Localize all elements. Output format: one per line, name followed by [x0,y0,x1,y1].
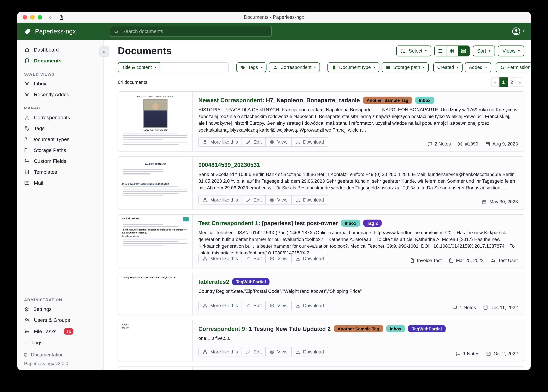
document-thumbnail[interactable]: Francja pod rządami Napoleona BonaparteN… [118,92,193,151]
sidebar-item-correspondents[interactable]: Correspondents [17,112,103,123]
filter-permissions-button[interactable]: Permissions▾ [496,63,531,72]
minimize-window-button[interactable] [30,15,35,19]
edit-button[interactable]: Edit [242,137,266,147]
share-icon [58,14,65,20]
page-button-next[interactable]: » [516,77,524,87]
tag-pill[interactable]: Tag 2 [363,220,382,227]
sidebar-item-settings[interactable]: ⚙Settings [17,304,103,315]
tag-pill[interactable]: Inbox [386,325,405,332]
close-window-button[interactable] [22,15,27,19]
sidebar-item-custom-fields[interactable]: Custom Fields [17,156,103,167]
view-mode-detail-button[interactable] [458,46,469,56]
logs-icon: ≡ [24,340,27,346]
views-button[interactable]: Views▾ [498,45,524,56]
document-card-footer: More like thisEditViewDownloadMay 30, 20… [198,195,518,204]
document-thumbnail[interactable]: Country,Region/State,"Zip/Postal Code","… [118,273,193,315]
sort-button[interactable]: Sort▾ [473,45,495,56]
app-brand[interactable]: Paperless-ngx [23,28,76,35]
select-button[interactable]: Select▾ [396,45,431,56]
download-button[interactable]: Download [291,195,328,204]
tag-pill[interactable]: Another Sample Tag [363,97,412,104]
document-correspondent[interactable]: Test Correspondent 1 [198,220,258,226]
meta-calendar: Mar 25, 2023 [448,258,484,263]
document-title[interactable]: Correspondent 9: 1 Testing New Title Upd… [198,325,331,332]
sidebar-item-mail[interactable]: Mail [17,177,103,188]
tag-pill[interactable]: TagWithPartial [232,278,270,285]
sidebar-item-documents[interactable]: Documents [17,55,103,66]
document-title[interactable]: Newest Correspondent: H7_Napoleon_Bonapa… [198,97,360,104]
browser-forward-icon[interactable]: › [56,14,58,20]
document-correspondent[interactable]: Newest Correspondent [198,97,262,103]
documentation-link[interactable]: ?Documentation [17,348,103,358]
edit-button[interactable]: Edit [242,301,266,310]
document-title[interactable]: Test Correspondent 1: [paperless] test p… [198,220,338,226]
view-mode-grid-button[interactable] [446,46,458,56]
sidebar-collapse-button[interactable]: « [99,46,109,57]
zoom-window-button[interactable] [38,15,42,19]
filter-field-label: Title & content [122,65,152,70]
thumbnail-page: one,1.0 five,5.0 [118,320,192,361]
view-mode-table-button[interactable] [435,46,446,56]
sidebar-item-file-tasks[interactable]: File Tasks16 [17,326,103,337]
document-title[interactable]: 0004814539_20230531 [198,162,260,168]
sidebar-item-tags[interactable]: Tags [17,123,103,134]
sidebar-item-document-types[interactable]: #Document Types [17,134,103,145]
tag-pill[interactable]: Another Sample Tag [334,325,383,332]
search-input[interactable] [122,28,268,35]
download-icon [295,349,300,354]
more-like-this-button[interactable]: More like this [198,301,242,310]
download-button[interactable]: Download [291,137,328,147]
filter-field-button[interactable]: Title & content▾ [118,63,160,72]
page-button-1[interactable]: 1 [499,77,508,87]
document-thumbnail[interactable]: one,1.0 five,5.0 [118,320,193,361]
sidebar-item-recently-added[interactable]: Recently Added [17,89,103,100]
download-button[interactable]: Download [291,254,328,263]
view-button[interactable]: View [266,195,292,204]
filter-correspondent-button[interactable]: Correspondent▾ [269,63,320,72]
more-like-this-button[interactable]: More like this [198,137,242,147]
user-menu[interactable]: ▾ [512,27,525,36]
edit-button[interactable]: Edit [242,347,266,357]
page-button-2[interactable]: 2 [508,77,516,87]
more-like-this-button[interactable]: More like this [198,347,242,357]
download-button[interactable]: Download [291,347,328,357]
browser-back-icon[interactable]: ‹ [49,14,51,20]
pagination: «12» [491,77,524,87]
action-label: Download [303,256,324,261]
sidebar-item-templates[interactable]: Templates [17,167,103,177]
filter-storage-path-button[interactable]: Storage path▾ [382,63,429,72]
meta-personlock: Test User [490,258,518,263]
view-button[interactable]: View [266,137,292,147]
thumbnail-page: Medical TeacherHas the new Kirkpatrick g… [118,215,192,268]
view-button[interactable]: View [266,254,292,263]
tag-pill[interactable]: TagWithPartial [408,325,446,332]
filter-tags-button[interactable]: Tags▾ [236,63,266,72]
meta-barcode: #1999 [458,141,478,147]
download-button[interactable]: Download [291,301,328,310]
more-like-this-button[interactable]: More like this [198,195,242,204]
document-correspondent[interactable]: Correspondent 9 [198,325,245,332]
sidebar-item-logs[interactable]: ≡Logs [17,337,103,348]
sidebar-item-users-groups[interactable]: Users & Groups [17,315,103,326]
filter-created-button[interactable]: Created▾ [433,63,462,72]
edit-button[interactable]: Edit [242,254,266,263]
view-button[interactable]: View [266,301,292,310]
tag-pill[interactable]: Inbox [415,97,434,104]
filter-added-button[interactable]: Added▾ [465,63,491,72]
pencil-icon [246,197,251,203]
document-thumbnail[interactable]: Serial Number,Company Name,Employee Mark… [118,367,193,370]
document-title-row: Newest Correspondent: H7_Napoleon_Bonapa… [198,97,518,104]
page-button-prev[interactable]: « [491,77,499,87]
document-title[interactable]: tablerates2 [198,278,229,285]
view-button[interactable]: View [266,347,292,357]
document-thumbnail[interactable]: Medical TeacherHas the new Kirkpatrick g… [118,215,193,268]
filter-search-input[interactable] [160,63,229,72]
filter-document-type-button[interactable]: Document type▾ [328,63,379,72]
edit-button[interactable]: Edit [242,195,266,204]
sidebar-item-storage-paths[interactable]: Storage Paths [17,145,103,156]
sidebar-item-inbox[interactable]: Inbox [17,78,103,89]
tag-pill[interactable]: Inbox [341,220,360,227]
sidebar-item-dashboard[interactable]: Dashboard [17,44,103,55]
more-like-this-button[interactable]: More like this [198,254,242,263]
document-thumbnail[interactable]: BANK OF SCOTLAND2,0 % p. a. auf Ihr Tage… [118,157,193,209]
